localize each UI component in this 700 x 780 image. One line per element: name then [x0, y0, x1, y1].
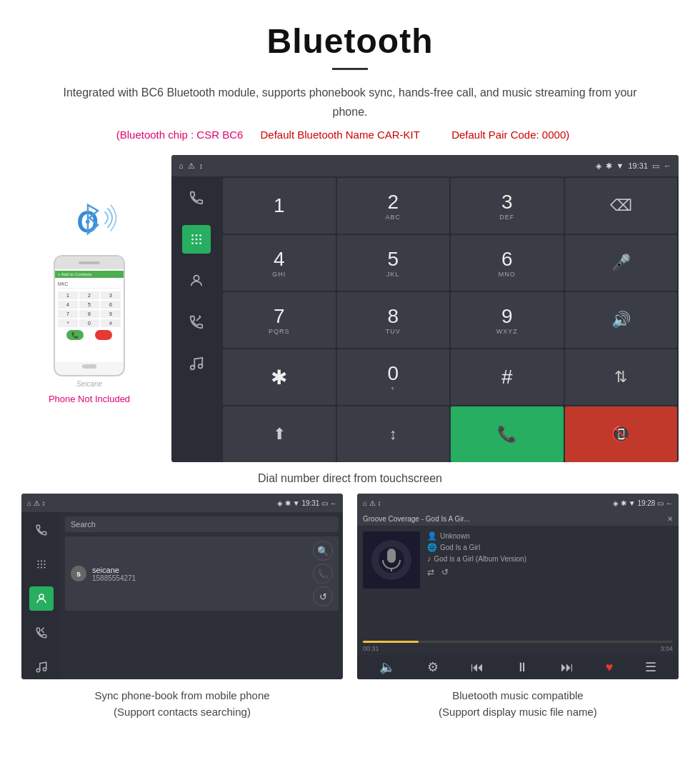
dial-key-9-main: 9 — [501, 305, 513, 328]
music-track: God is a Girl (Album Version) — [434, 555, 527, 563]
contacts-phone-icon[interactable] — [29, 518, 54, 542]
contacts-dialpad-icon[interactable] — [29, 552, 54, 576]
progress-bar[interactable] — [363, 641, 673, 643]
svg-point-6 — [191, 243, 194, 245]
dial-key-6[interactable]: 6 MNO — [451, 235, 564, 291]
dial-key-2-main: 2 — [387, 191, 399, 214]
contacts-status-left: ⌂ ⚠ ↕ — [27, 499, 46, 507]
description-text: Integrated with BC6 Bluetooth module, su… — [46, 83, 654, 121]
phone-home-btn — [82, 364, 96, 369]
dial-key-backspace[interactable]: ⌫ — [565, 178, 678, 234]
volume-icon: 🔊 — [611, 311, 631, 329]
contacts-caption-line1: Sync phone-book from mobile phone — [29, 688, 336, 704]
bluetooth-icon-area: ʘ — [61, 198, 118, 248]
music-screen: ⌂ ⚠ ↕ ◈ ✱ ▼ 19:28 ▭ ← Groove Coverage - … — [357, 494, 679, 679]
dial-key-8[interactable]: 8 TUV — [337, 292, 450, 348]
wifi-icon: ▼ — [616, 161, 624, 170]
dial-key-mute[interactable]: 🎤 — [565, 235, 678, 291]
equalizer-btn[interactable]: ⚙ — [427, 659, 439, 675]
warning-icon: ⚠ — [188, 161, 195, 171]
phone-body: + Add to Contacts MKC 1 2 3 4 5 6 7 8 9 … — [54, 255, 125, 376]
dial-key-merge[interactable]: ⬆ — [223, 406, 336, 462]
backspace-icon: ⌫ — [610, 196, 632, 215]
phone-key-hash: # — [101, 319, 121, 327]
phone-speaker — [79, 261, 100, 264]
dial-key-end[interactable]: 📵 — [565, 406, 678, 462]
dial-key-0[interactable]: 0 + — [337, 349, 450, 405]
wifi-icon-3: ▼ — [629, 499, 636, 507]
dial-key-5[interactable]: 5 JKL — [337, 235, 450, 291]
contact-avatar: s — [71, 566, 86, 581]
home-icon-2: ⌂ — [27, 499, 31, 507]
dial-key-1[interactable]: 1 — [223, 178, 336, 234]
mute-icon: 🎤 — [611, 254, 631, 272]
music-icon[interactable] — [182, 349, 211, 378]
dial-key-hash[interactable]: # — [451, 349, 564, 405]
contacts-icon[interactable] — [182, 266, 211, 295]
swap-icon: ⇅ — [614, 368, 627, 386]
spec-chip: (Bluetooth chip : CSR BC6 — [116, 129, 244, 141]
phone-key-5: 5 — [79, 301, 99, 309]
dial-key-swap[interactable]: ⇅ — [565, 349, 678, 405]
svg-point-7 — [196, 243, 198, 245]
dial-key-4[interactable]: 4 GHI — [223, 235, 336, 291]
transfer-icon: ↕ — [389, 425, 397, 444]
next-btn[interactable]: ⏭ — [561, 660, 574, 675]
dial-key-3[interactable]: 3 DEF — [451, 178, 564, 234]
music-album: God Is a Girl — [440, 544, 480, 551]
dial-key-6-main: 6 — [501, 248, 513, 271]
phone-icon[interactable] — [182, 184, 211, 212]
svg-point-4 — [196, 239, 198, 241]
warn-icon-2: ⚠ — [34, 499, 40, 507]
svg-point-14 — [44, 561, 45, 562]
playlist-btn[interactable]: ☰ — [645, 659, 656, 675]
music-meta-3: ♪ God is a Girl (Album Version) — [427, 554, 673, 563]
dialpad-icon[interactable] — [182, 225, 211, 254]
dial-key-9[interactable]: 9 WXYZ — [451, 292, 564, 348]
phone-keypad: 1 2 3 4 5 6 7 8 9 * 0 # — [58, 291, 121, 327]
dial-key-transfer[interactable]: ↕ — [337, 406, 450, 462]
phone-call-btn: 📞 — [66, 330, 84, 340]
call-log-icon[interactable] — [182, 308, 211, 336]
signal-arc-1 — [105, 212, 108, 224]
contact-call-btn[interactable]: 📞 — [313, 564, 333, 584]
svg-point-16 — [40, 564, 41, 565]
phone-key-star: * — [58, 319, 78, 327]
favorite-btn[interactable]: ♥ — [606, 660, 614, 675]
usb-icon-3: ↕ — [378, 499, 381, 507]
note-icon: ♪ — [427, 554, 431, 563]
contacts-call-log-icon[interactable] — [29, 621, 54, 645]
status-bar-right-icons: ◈ ✱ ▼ 19:31 ▭ ← — [596, 161, 671, 171]
play-pause-btn[interactable]: ⏸ — [516, 660, 529, 675]
dial-key-0-sub: + — [391, 385, 395, 392]
contact-refresh-btn[interactable]: ↺ — [313, 586, 333, 606]
contacts-search-bar[interactable]: Search — [65, 516, 339, 532]
contacts-person-icon[interactable] — [29, 586, 54, 611]
prev-btn[interactable]: ⏮ — [471, 660, 484, 675]
contacts-music-icon[interactable] — [29, 655, 54, 679]
car-main-content: 1 2 ABC 3 DEF ⌫ 4 GHI — [171, 176, 679, 462]
music-body: 👤 Unknown 🌐 God Is a Girl ♪ God is a Gir… — [357, 526, 679, 641]
specs-line: (Bluetooth chip : CSR BC6 Default Blueto… — [29, 129, 671, 141]
svg-point-10 — [191, 366, 195, 370]
usb-icon-2: ↕ — [42, 499, 46, 507]
music-close-btn[interactable]: ✕ — [667, 515, 673, 523]
phone-key-3: 3 — [101, 291, 121, 299]
dial-key-star[interactable]: ✱ — [223, 349, 336, 405]
repeat-icon[interactable]: ↺ — [441, 567, 449, 577]
shuffle-icon[interactable]: ⇄ — [427, 567, 434, 577]
warn-icon-3: ⚠ — [369, 499, 376, 507]
contact-search-btn[interactable]: 🔍 — [313, 541, 333, 561]
dial-key-2[interactable]: 2 ABC — [337, 178, 450, 234]
contact-row: s seicane 15885554271 🔍 📞 ↺ — [65, 536, 339, 611]
contact-actions: 🔍 📞 ↺ — [313, 541, 333, 606]
dial-key-volume[interactable]: 🔊 — [565, 292, 678, 348]
bt-icon-3: ✱ — [621, 499, 626, 507]
music-caption: Bluetooth music compatible (Support disp… — [357, 679, 679, 723]
status-bar-left-icons: ⌂ ⚠ ↕ — [179, 161, 203, 171]
volume-btn[interactable]: 🔈 — [379, 659, 395, 675]
dial-key-7[interactable]: 7 PQRS — [223, 292, 336, 348]
dial-key-call[interactable]: 📞 — [451, 406, 564, 462]
user-icon: 👤 — [427, 531, 437, 541]
svg-rect-26 — [387, 549, 396, 563]
